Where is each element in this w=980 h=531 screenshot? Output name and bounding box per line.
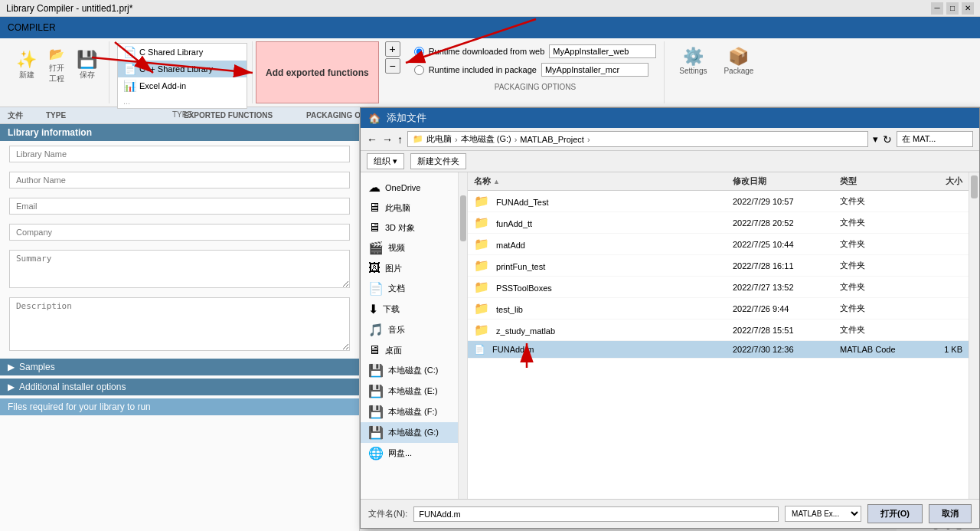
type-sec-label: TYPE [38,111,176,120]
up-button[interactable]: ↑ [397,133,403,146]
col-name-label: 名称 [474,176,491,185]
col-name[interactable]: 名称 ▲ [474,175,733,187]
file-buttons: ✨ 新建 📂 打开 工程 💾 保存 [11,44,103,87]
filename-input[interactable] [413,506,779,522]
open-button[interactable]: 打开(O) [867,504,923,523]
new-label: 新建 [19,70,34,80]
samples-section[interactable]: ▶ Samples [0,359,359,375]
nav-disk-c-label: 本地磁盘 (C:) [388,365,438,376]
nav-desktop[interactable]: 🖥 桌面 [361,340,467,360]
cpp-shared-label: C++ Shared Library [139,64,213,74]
new-button[interactable]: ✨ 新建 [11,48,42,84]
file-row[interactable]: 📄 FUNAdd.m 2022/7/30 12:36 MATLAB Code 1… [468,341,969,359]
nav-disk-f-label: 本地磁盘 (F:) [388,406,437,418]
minimize-button[interactable]: ─ [931,2,943,15]
file-row[interactable]: 📁 test_lib 2022/7/26 9:44 文件夹 [468,298,969,320]
file-nav-scrollbar[interactable] [458,172,467,499]
file-date-cell: 2022/7/30 12:36 [733,345,840,354]
file-name: test_lib [496,305,523,314]
nav-onedrive[interactable]: ☁ OneDrive [361,177,467,198]
runtime-web-radio[interactable] [414,47,424,57]
file-name-cell: 📁 test_lib [474,301,733,316]
ribbon-title: COMPILER [8,22,56,33]
nav-network[interactable]: 🌐 网盘... [361,443,467,464]
pictures-icon: 🖼 [368,261,381,275]
nav-video[interactable]: 🎬 视频 [361,238,467,258]
nav-downloads[interactable]: ⬇ 下载 [361,299,467,320]
filetype-select[interactable]: MATLAB Ex... [785,506,861,522]
nav-3d[interactable]: 🖥 3D 对象 [361,218,467,238]
library-name-input[interactable] [9,146,350,162]
company-input[interactable] [9,224,350,241]
nav-thispc[interactable]: 🖥 此电脑 [361,198,467,218]
additional-installer-section[interactable]: ▶ Additional installer options [0,379,359,395]
file-icon: 📄 [474,344,485,355]
col-date[interactable]: 修改日期 [733,175,840,187]
nav-disk-g[interactable]: 💾 本地磁盘 (G:) [361,422,467,443]
file-row[interactable]: 📁 printFun_test 2022/7/28 16:11 文件夹 [468,255,969,277]
runtime-web-input[interactable] [549,44,656,58]
col-type-label: 类型 [840,176,857,185]
file-type-cell: 文件夹 [840,281,916,293]
nav-docs-label: 文档 [388,283,405,294]
email-input[interactable] [9,198,350,215]
type-excel-addin[interactable]: 📊 Excel Add-in [118,77,247,94]
save-button[interactable]: 💾 保存 [71,48,103,84]
author-input[interactable] [9,172,350,188]
refresh-button[interactable]: ↻ [883,133,892,146]
file-name-cell: 📁 printFun_test [474,258,733,273]
addr-dropdown-button[interactable]: ▾ [873,133,878,145]
minus-button[interactable]: − [385,58,400,74]
runtime-web-label: Runtime downloaded from web [429,47,545,56]
runtime-included-input[interactable] [541,63,648,77]
nav-disk-c[interactable]: 💾 本地磁盘 (C:) [361,360,467,381]
nav-video-label: 视频 [388,242,405,254]
nav-disk-f[interactable]: 💾 本地磁盘 (F:) [361,402,467,422]
col-size[interactable]: 大小 [916,175,962,187]
open-button[interactable]: 📂 打开 工程 [45,44,68,87]
organize-button[interactable]: 组织 ▾ [367,153,404,169]
type-more[interactable]: ... [118,94,247,108]
close-button[interactable]: ✕ [962,2,974,15]
package-button[interactable]: 📦 Package [718,44,759,79]
file-name: FUNAdd.m [492,345,534,354]
file-icon: 📁 [474,195,489,208]
dialog-title: 添加文件 [387,111,426,125]
file-row[interactable]: 📁 matAdd 2022/7/25 10:44 文件夹 [468,234,969,255]
file-row[interactable]: 📁 FUNAdd_Test 2022/7/29 10:57 文件夹 [468,191,969,212]
forward-button[interactable]: → [382,133,393,146]
nav-pictures[interactable]: 🖼 图片 [361,258,467,278]
file-row[interactable]: 📁 funAdd_tt 2022/7/28 20:52 文件夹 [468,212,969,234]
add-exported-label: Add exported functions [266,67,369,78]
settings-label: Settings [679,67,707,75]
file-icon: 📁 [474,238,489,251]
plus-button[interactable]: + [385,41,400,57]
type-c-shared[interactable]: 📄 C Shared Library [118,44,247,61]
file-row[interactable]: 📁 z_study_matlab 2022/7/28 15:51 文件夹 [468,320,969,341]
file-row[interactable]: 📁 PSSToolBoxes 2022/7/27 13:52 文件夹 [468,277,969,298]
col-type[interactable]: 类型 [840,175,916,187]
file-type-cell: 文件夹 [840,217,916,228]
description-textarea[interactable] [9,297,350,351]
toolbar-file-group: ✨ 新建 📂 打开 工程 💾 保存 [5,41,109,103]
dialog-toolbar: ← → ↑ 📁 此电脑 › 本地磁盘 (G:) › MATLAB_Project… [361,128,979,151]
type-cpp-shared[interactable]: 📄 C++ Shared Library [118,61,247,77]
address-bar[interactable]: 📁 此电脑 › 本地磁盘 (G:) › MATLAB_Project › [407,131,868,147]
nav-disk-e[interactable]: 💾 本地磁盘 (E:) [361,381,467,402]
file-icon: 📁 [474,216,489,229]
file-list-scrollbar[interactable] [969,172,979,499]
3d-icon: 🖥 [368,221,381,234]
cancel-button[interactable]: 取消 [929,504,972,523]
runtime-included-radio[interactable] [414,65,424,75]
file-browser: ☁ OneDrive 🖥 此电脑 🖥 3D 对象 🎬 视频 🖼 图片 📄 [361,172,979,499]
back-button[interactable]: ← [367,133,377,146]
nav-music[interactable]: 🎵 音乐 [361,320,467,340]
summary-textarea[interactable] [9,250,350,288]
left-panel: Library information ▶ Samples ▶ Addition… [0,124,360,531]
search-box[interactable]: 在 MAT... [897,131,973,147]
maximize-button[interactable]: □ [946,2,959,15]
nav-docs[interactable]: 📄 文档 [361,278,467,299]
new-folder-button[interactable]: 新建文件夹 [410,153,466,169]
settings-package-group: ⚙️ Settings 📦 Package [668,41,765,103]
settings-button[interactable]: ⚙️ Settings [674,44,712,79]
